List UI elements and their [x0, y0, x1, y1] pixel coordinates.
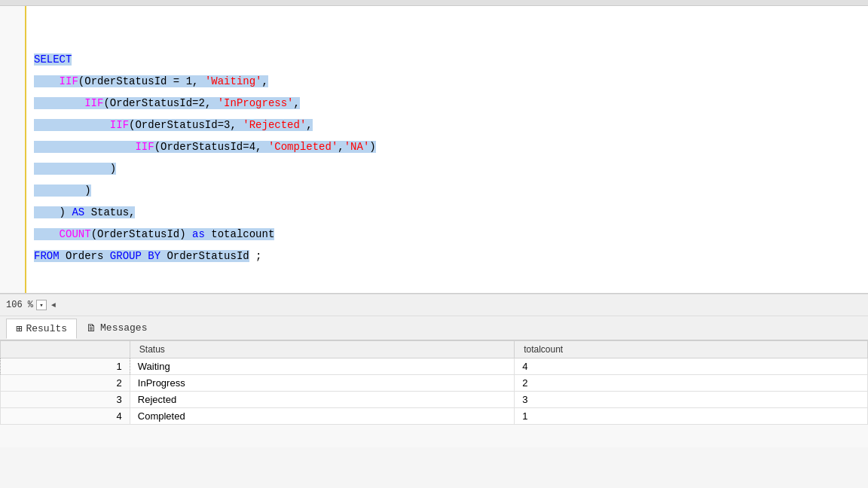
cell-status: Rejected [130, 392, 514, 408]
results-table: Status totalcount 1Waiting42InProgress23… [0, 340, 868, 425]
line-numbers [0, 6, 26, 293]
cell-status: Completed [130, 408, 514, 425]
tabs-bar: ⊞ Results 🗎 Messages [0, 316, 868, 340]
table-row: 2InProgress2 [1, 375, 868, 392]
editor-area: SELECT IIF(OrderStatusId = 1, 'Waiting',… [0, 0, 868, 294]
row-number: 1 [1, 358, 130, 375]
col-totalcount: totalcount [515, 341, 868, 358]
code-editor[interactable]: SELECT IIF(OrderStatusId = 1, 'Waiting',… [26, 6, 868, 293]
top-bar [0, 0, 868, 6]
cell-status: Waiting [130, 358, 514, 375]
cell-status: InProgress [130, 375, 514, 392]
row-number: 3 [1, 392, 130, 408]
messages-tab-label: Messages [100, 322, 147, 334]
cell-totalcount: 4 [515, 358, 868, 375]
scroll-left-arrow[interactable]: ◄ [51, 301, 56, 310]
zoom-dropdown-button[interactable]: ▾ [36, 300, 47, 310]
row-number: 2 [1, 375, 130, 392]
results-tab-label: Results [26, 323, 67, 334]
cell-totalcount: 2 [515, 375, 868, 392]
row-number: 4 [1, 408, 130, 425]
table-row: 1Waiting4 [1, 358, 868, 375]
tab-results[interactable]: ⊞ Results [6, 319, 77, 339]
bottom-padding [0, 425, 868, 447]
results-area: ⊞ Results 🗎 Messages Status totalcount 1… [0, 316, 868, 447]
zoom-value: 106 % [6, 300, 33, 310]
results-table-container: Status totalcount 1Waiting42InProgress23… [0, 340, 868, 425]
cell-totalcount: 1 [515, 408, 868, 425]
messages-icon: 🗎 [86, 322, 96, 334]
col-status: Status [130, 341, 514, 358]
cell-totalcount: 3 [515, 392, 868, 408]
zoom-bar: 106 % ▾ ◄ [0, 294, 868, 316]
results-grid-icon: ⊞ [16, 322, 22, 335]
tab-messages[interactable]: 🗎 Messages [77, 319, 156, 337]
col-rownum [1, 341, 130, 358]
table-row: 3Rejected3 [1, 392, 868, 408]
table-row: 4Completed1 [1, 408, 868, 425]
